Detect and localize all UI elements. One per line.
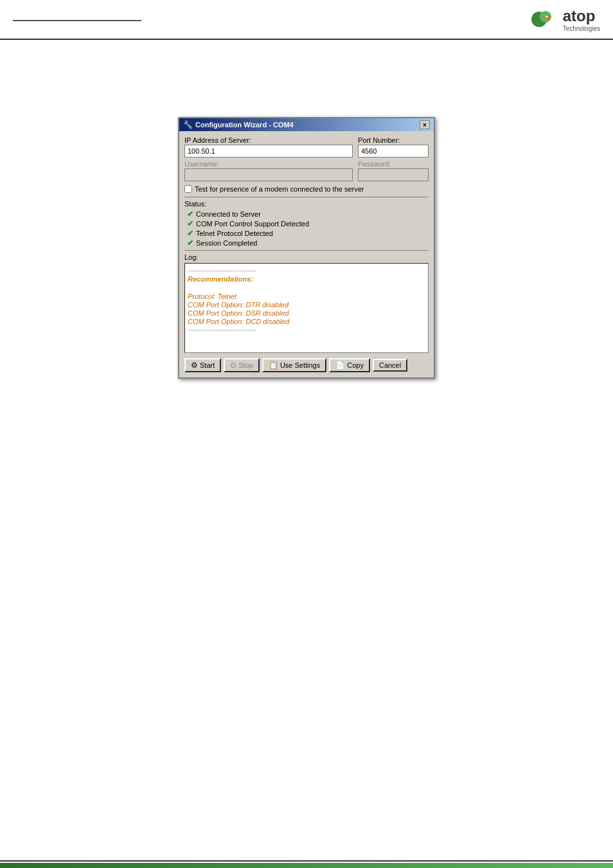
stop-button[interactable]: ⊙ Stop bbox=[224, 358, 260, 372]
page-content: 🔧 Configuration Wizard - COM4 × IP Addre… bbox=[0, 40, 613, 379]
password-field-group: Password: bbox=[358, 160, 429, 181]
dialog-body: IP Address of Server: Port Number: Usern… bbox=[179, 131, 434, 377]
username-field-group: Username: bbox=[184, 160, 353, 181]
use-settings-label: Use Settings bbox=[280, 361, 320, 369]
logo-area: atop Technologies bbox=[528, 6, 600, 32]
status-text-3: Telnet Protocol Detected bbox=[196, 230, 273, 237]
check-icon-3: ✔ bbox=[187, 229, 193, 238]
footer-line bbox=[0, 860, 613, 862]
copy-icon: 📄 bbox=[335, 361, 345, 370]
titlebar-left: 🔧 Configuration Wizard - COM4 bbox=[183, 120, 294, 129]
log-protocol: Protocol: Telnet bbox=[188, 293, 425, 300]
header-line bbox=[13, 20, 141, 21]
modem-checkbox-label: Test for presence of a modem connected t… bbox=[195, 185, 364, 193]
start-button[interactable]: ⚙ Start bbox=[184, 358, 221, 372]
stop-label: Stop bbox=[238, 361, 253, 369]
log-dtr: COM Port Option: DTR disabled bbox=[188, 301, 425, 309]
log-label: Log: bbox=[184, 253, 429, 261]
check-icon-4: ✔ bbox=[187, 239, 193, 248]
log-section: Log: -------------------------------- Re… bbox=[184, 253, 429, 353]
button-row: ⚙ Start ⊙ Stop 📋 Use Settings 📄 Copy bbox=[184, 357, 429, 372]
ip-field-group: IP Address of Server: bbox=[184, 136, 353, 158]
dialog-titlebar: 🔧 Configuration Wizard - COM4 × bbox=[179, 118, 434, 131]
cancel-label: Cancel bbox=[379, 361, 401, 369]
logo-text-block: atop Technologies bbox=[563, 7, 600, 32]
stop-icon: ⊙ bbox=[230, 361, 236, 370]
username-input[interactable] bbox=[184, 168, 353, 181]
modem-checkbox-row: Test for presence of a modem connected t… bbox=[184, 185, 429, 193]
status-list: ✔ Connected to Server ✔ COM Port Control… bbox=[187, 210, 429, 248]
status-item-1: ✔ Connected to Server bbox=[187, 210, 429, 219]
status-text-1: Connected to Server bbox=[196, 210, 261, 218]
dialog-title-icon: 🔧 bbox=[183, 120, 193, 129]
cancel-button[interactable]: Cancel bbox=[373, 359, 407, 372]
ip-label: IP Address of Server: bbox=[184, 136, 353, 144]
check-icon-2: ✔ bbox=[187, 219, 193, 228]
status-section: Status: ✔ Connected to Server ✔ COM Port… bbox=[184, 200, 429, 248]
log-dsr: COM Port Option: DSR disabled bbox=[188, 309, 425, 317]
status-item-2: ✔ COM Port Control Support Detected bbox=[187, 219, 429, 228]
log-recommendations: Recommendations: bbox=[188, 275, 425, 283]
start-label: Start bbox=[200, 361, 215, 369]
check-icon-1: ✔ bbox=[187, 210, 193, 219]
modem-checkbox[interactable] bbox=[184, 185, 192, 193]
status-item-3: ✔ Telnet Protocol Detected bbox=[187, 229, 429, 238]
separator-1 bbox=[184, 197, 429, 197]
page-header: atop Technologies bbox=[0, 0, 613, 40]
username-label: Username: bbox=[184, 160, 353, 168]
svg-point-3 bbox=[546, 16, 547, 18]
logo-sub: Technologies bbox=[563, 25, 600, 32]
configuration-wizard-dialog: 🔧 Configuration Wizard - COM4 × IP Addre… bbox=[178, 117, 435, 379]
copy-button[interactable]: 📄 Copy bbox=[329, 358, 370, 372]
header-line-area bbox=[13, 17, 141, 21]
ip-port-row: IP Address of Server: Port Number: bbox=[184, 136, 429, 158]
use-settings-icon: 📋 bbox=[269, 361, 278, 370]
dialog-title: Configuration Wizard - COM4 bbox=[195, 121, 294, 129]
port-input[interactable] bbox=[358, 145, 429, 158]
status-item-4: ✔ Session Completed bbox=[187, 239, 429, 248]
copy-label: Copy bbox=[347, 361, 364, 369]
separator-2 bbox=[184, 250, 429, 251]
start-icon: ⚙ bbox=[191, 361, 198, 370]
log-dcd: COM Port Option: DCD disabled bbox=[188, 318, 425, 325]
status-text-2: COM Port Control Support Detected bbox=[196, 220, 309, 228]
footer-bar bbox=[0, 863, 613, 868]
port-field-group: Port Number: bbox=[358, 136, 429, 158]
dialog-close-button[interactable]: × bbox=[420, 120, 430, 129]
log-dashes-1: -------------------------------- bbox=[188, 267, 425, 274]
port-label: Port Number: bbox=[358, 136, 429, 144]
atop-logo-icon bbox=[528, 6, 563, 32]
logo-name: atop bbox=[563, 7, 596, 24]
password-label: Password: bbox=[358, 160, 429, 168]
log-area: -------------------------------- Recomme… bbox=[184, 263, 429, 353]
use-settings-button[interactable]: 📋 Use Settings bbox=[262, 358, 326, 372]
password-input[interactable] bbox=[358, 168, 429, 181]
log-dashes-2: -------------------------------- bbox=[188, 326, 425, 333]
log-empty-1 bbox=[188, 284, 425, 292]
ip-input[interactable] bbox=[184, 145, 353, 158]
status-label: Status: bbox=[184, 200, 429, 208]
user-pass-row: Username: Password: bbox=[184, 160, 429, 181]
status-text-4: Session Completed bbox=[196, 239, 257, 247]
